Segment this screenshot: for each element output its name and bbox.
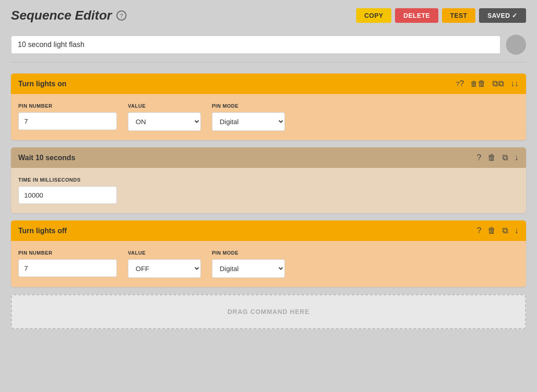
value-select-3[interactable]: ON OFF xyxy=(128,259,201,278)
fields-row-3: PIN NUMBER VALUE ON OFF PIN MODE Digital… xyxy=(18,250,519,278)
sequence-name-bar xyxy=(0,31,537,58)
command-header-turn-lights-off: Turn lights off ? 🗑 ⧉ ↓ xyxy=(11,220,526,241)
command-icons-3: ? 🗑 ⧉ ↓ xyxy=(477,226,519,235)
copy-icon-3[interactable]: ⧉ xyxy=(502,226,508,235)
pin-number-label-3: PIN NUMBER xyxy=(18,250,117,256)
pin-number-input-3[interactable] xyxy=(18,259,117,277)
field-group-value-3: VALUE ON OFF xyxy=(128,250,201,278)
command-body-wait: TIME IN MILLISECONDS xyxy=(11,168,526,213)
move-down-icon-3[interactable]: ↓ xyxy=(515,226,519,235)
copy-icon-1[interactable]: ⧉ xyxy=(492,79,504,89)
sequence-toggle-button[interactable] xyxy=(506,35,526,55)
field-group-time: TIME IN MILLISECONDS xyxy=(18,177,117,204)
trash-icon-2[interactable]: 🗑 xyxy=(488,153,496,162)
header-title-group: Sequence Editor ? xyxy=(11,8,126,23)
command-icons-1: ? 🗑 ⧉ ↓ xyxy=(456,79,519,89)
title-help-icon[interactable]: ? xyxy=(116,10,126,21)
pin-mode-select-3[interactable]: Digital Analog xyxy=(212,259,285,278)
field-group-pin-mode-3: PIN MODE Digital Analog xyxy=(212,250,285,278)
command-icons-2: ? 🗑 ⧉ ↓ xyxy=(477,153,519,162)
pin-mode-label-3: PIN MODE xyxy=(212,250,285,256)
command-title-turn-lights-off: Turn lights off xyxy=(18,227,67,235)
saved-button[interactable]: SAVED ✓ xyxy=(479,8,526,23)
sequence-name-input[interactable] xyxy=(11,36,500,54)
command-header-turn-lights-on: Turn lights on ? 🗑 ⧉ ↓ xyxy=(11,73,526,94)
field-group-value-1: VALUE ON OFF xyxy=(128,103,201,131)
fields-row-1: PIN NUMBER VALUE ON OFF PIN MODE Digital… xyxy=(18,103,519,131)
move-down-icon-2[interactable]: ↓ xyxy=(515,153,519,162)
header: Sequence Editor ? COPY DELETE TEST SAVED… xyxy=(0,0,537,31)
command-title-wait: Wait 10 seconds xyxy=(18,154,75,162)
test-button[interactable]: TEST xyxy=(442,8,476,23)
time-ms-input[interactable] xyxy=(18,186,117,204)
value-select-1[interactable]: ON OFF xyxy=(128,112,201,131)
copy-button[interactable]: COPY xyxy=(356,8,392,23)
field-group-pin-1: PIN NUMBER xyxy=(18,103,117,130)
help-icon-1[interactable]: ? xyxy=(456,79,464,89)
command-block-turn-lights-on: Turn lights on ? 🗑 ⧉ ↓ PIN NUMBER VALUE … xyxy=(11,73,526,140)
move-down-icon-1[interactable]: ↓ xyxy=(511,79,519,89)
pin-mode-label-1: PIN MODE xyxy=(212,103,285,109)
copy-icon-2[interactable]: ⧉ xyxy=(502,153,508,162)
fields-row-2: TIME IN MILLISECONDS xyxy=(18,177,519,204)
pin-mode-select-1[interactable]: Digital Analog xyxy=(212,112,285,131)
command-body-turn-lights-off: PIN NUMBER VALUE ON OFF PIN MODE Digital… xyxy=(11,241,526,287)
page-title: Sequence Editor xyxy=(11,8,112,23)
drag-zone-label: DRAG COMMAND HERE xyxy=(227,308,310,315)
command-block-turn-lights-off: Turn lights off ? 🗑 ⧉ ↓ PIN NUMBER VALUE… xyxy=(11,220,526,287)
field-group-pin-mode-1: PIN MODE Digital Analog xyxy=(212,103,285,131)
pin-number-input-1[interactable] xyxy=(18,112,117,130)
command-header-wait: Wait 10 seconds ? 🗑 ⧉ ↓ xyxy=(11,147,526,168)
time-ms-label: TIME IN MILLISECONDS xyxy=(18,177,117,183)
command-body-turn-lights-on: PIN NUMBER VALUE ON OFF PIN MODE Digital… xyxy=(11,94,526,140)
trash-icon-3[interactable]: 🗑 xyxy=(488,226,496,235)
command-block-wait: Wait 10 seconds ? 🗑 ⧉ ↓ TIME IN MILLISEC… xyxy=(11,147,526,213)
command-title-turn-lights-on: Turn lights on xyxy=(18,80,66,88)
delete-button[interactable]: DELETE xyxy=(395,8,438,23)
field-group-pin-3: PIN NUMBER xyxy=(18,250,117,277)
help-icon-2[interactable]: ? xyxy=(477,153,481,162)
value-label-3: VALUE xyxy=(128,250,201,256)
drag-zone[interactable]: DRAG COMMAND HERE xyxy=(11,294,526,329)
pin-number-label-1: PIN NUMBER xyxy=(18,103,117,109)
help-icon-3[interactable]: ? xyxy=(477,226,481,235)
value-label-1: VALUE xyxy=(128,103,201,109)
trash-icon-1[interactable]: 🗑 xyxy=(470,79,486,89)
main-content: Turn lights on ? 🗑 ⧉ ↓ PIN NUMBER VALUE … xyxy=(0,66,537,336)
header-buttons: COPY DELETE TEST SAVED ✓ xyxy=(356,8,526,23)
divider xyxy=(11,62,526,63)
